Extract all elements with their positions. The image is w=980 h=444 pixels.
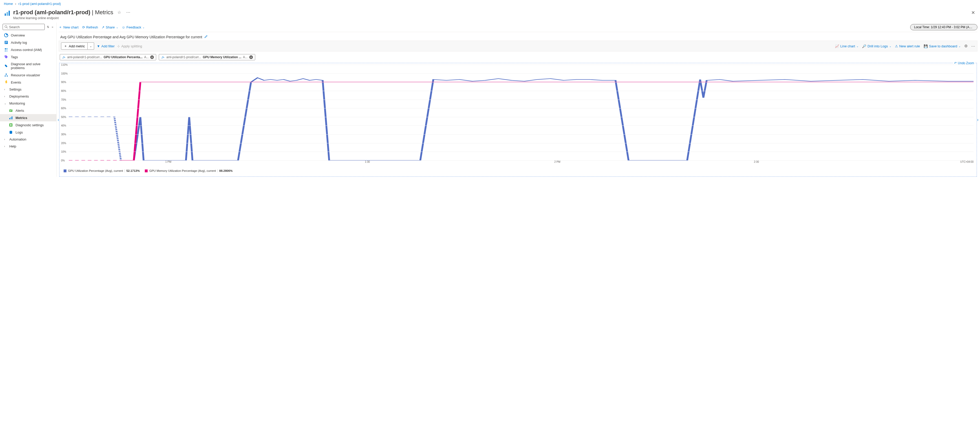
y-tick-label: 70% [61, 98, 66, 101]
chevron-icon: › [4, 88, 7, 91]
svg-rect-8 [5, 43, 6, 43]
drill-logs-button[interactable]: 🔎Drill into Logs ⌄ [862, 44, 891, 48]
metrics-icon [4, 10, 11, 16]
search-icon [5, 25, 8, 29]
sidebar-item-label: Monitoring [9, 101, 25, 105]
sidebar-item-metrics[interactable]: Metrics [0, 114, 56, 121]
undo-zoom-button[interactable]: ↶Undo Zoom [953, 61, 975, 65]
chart-toolbar: ＋Add metric ⌄ ▼Add filter ⊹Apply splitti… [59, 41, 977, 51]
chart-type-dropdown[interactable]: 📈Line chart ⌄ [835, 44, 859, 48]
page-subtitle: Machine learning online endpoint [13, 16, 970, 20]
chevron-down-icon: ⌄ [959, 45, 961, 48]
legend-item[interactable]: GPU Memory Utilization Percentage (Avg),… [145, 169, 232, 172]
sidebar-item-automation[interactable]: ›Automation [0, 136, 56, 143]
chart-plot[interactable]: 110%100%90%80%70%60%50%40%30%20%10%0% [69, 65, 974, 160]
overflow-button[interactable]: ⋯ [971, 44, 975, 48]
breadcrumb-home[interactable]: Home [4, 2, 13, 6]
close-button[interactable]: ✕ [970, 9, 976, 16]
scroll-right-button[interactable]: › [977, 117, 978, 122]
sidebar-item-events[interactable]: Events [0, 79, 56, 86]
y-tick-label: 100% [61, 72, 68, 75]
settings-button[interactable]: ⚙ [964, 44, 967, 48]
search-input[interactable]: Search [3, 24, 45, 30]
new-alert-button[interactable]: ⚠New alert rule [895, 44, 920, 48]
add-metric-button[interactable]: ＋Add metric [61, 42, 88, 50]
metrics-icon [9, 116, 13, 120]
sidebar-item-logs[interactable]: Logs [0, 129, 56, 136]
access-icon [4, 48, 8, 52]
svg-rect-1 [7, 12, 8, 16]
save-dashboard-button[interactable]: 💾Save to dashboard⌄ [924, 44, 961, 48]
page-title: r1-prod (aml-poland/r1-prod) | Metrics [13, 9, 113, 16]
sidebar-item-label: Activity log [11, 41, 27, 45]
alerts-icon [9, 109, 13, 113]
metric-pill[interactable]: aml-poland/r1-prod/curr...GPU Memory Uti… [159, 54, 255, 60]
svg-line-4 [7, 27, 8, 29]
chevron-down-icon: ⌄ [889, 45, 891, 48]
scroll-left-button[interactable]: ‹ [58, 117, 59, 122]
sidebar-item-label: Settings [9, 88, 21, 91]
share-button[interactable]: ↗Share ⌄ [102, 26, 118, 29]
new-chart-button[interactable]: ＋New chart [59, 25, 79, 29]
svg-point-9 [5, 48, 6, 50]
breadcrumb-current[interactable]: r1-prod (aml-poland/r1-prod) [18, 2, 61, 6]
x-tick-label: 2:30 [754, 160, 759, 163]
sidebar-item-deployments[interactable]: ›Deployments [0, 93, 56, 100]
time-range-picker[interactable]: Local Time: 1/29 12:43 PM - 3:02 PM (Aut… [910, 24, 977, 30]
remove-metric-button[interactable]: ✕ [249, 55, 253, 59]
sidebar-item-label: Diagnostic settings [16, 123, 44, 127]
svg-rect-2 [8, 11, 10, 16]
sidebar-item-overview[interactable]: Overview [0, 32, 56, 39]
favorite-button[interactable]: ☆ [116, 9, 122, 16]
sidebar-item-access-control-iam-[interactable]: Access control (IAM) [0, 46, 56, 53]
chart-legend: GPU Utilization Percentage (Avg), curren… [61, 165, 975, 175]
edit-title-button[interactable] [204, 35, 208, 39]
sidebar-item-label: Events [11, 80, 21, 85]
logs-icon [9, 130, 13, 134]
undo-icon: ↶ [954, 61, 957, 65]
y-tick-label: 40% [61, 124, 66, 127]
svg-point-14 [7, 75, 8, 77]
chart-container: ↶Undo Zoom 110%100%90%80%70%60%50%40%30%… [59, 63, 977, 177]
refresh-button[interactable]: ⟳Refresh [82, 26, 98, 29]
sidebar-item-settings[interactable]: ›Settings [0, 86, 56, 93]
top-toolbar: ＋New chart ⟳Refresh ↗Share ⌄ ☺Feedback ⌄… [59, 22, 977, 32]
legend-swatch [145, 169, 148, 172]
svg-point-11 [5, 56, 6, 56]
add-filter-button[interactable]: ▼Add filter [97, 44, 115, 48]
feedback-button[interactable]: ☺Feedback ⌄ [122, 26, 145, 29]
chevron-icon: › [4, 138, 7, 141]
sidebar-item-tags[interactable]: Tags [0, 53, 56, 61]
y-tick-label: 60% [61, 107, 66, 110]
add-metric-dropdown[interactable]: ⌄ [88, 42, 94, 50]
sidebar-item-label: Automation [9, 137, 26, 141]
y-tick-label: 80% [61, 89, 66, 92]
sidebar-item-help[interactable]: ›Help [0, 143, 56, 150]
sidebar-item-alerts[interactable]: Alerts [0, 107, 56, 114]
activity-icon [4, 40, 8, 45]
sidebar-item-label: Logs [16, 130, 23, 134]
sidebar-item-resource-visualizer[interactable]: Resource visualizer [0, 72, 56, 79]
share-icon: ↗ [102, 26, 105, 29]
line-chart-icon: 📈 [835, 44, 839, 48]
legend-item[interactable]: GPU Utilization Percentage (Avg), curren… [64, 169, 140, 172]
y-tick-label: 10% [61, 150, 66, 153]
svg-point-13 [5, 75, 6, 77]
remove-metric-button[interactable]: ✕ [150, 55, 154, 59]
sidebar-item-activity-log[interactable]: Activity log [0, 39, 56, 46]
collapse-button[interactable]: « [51, 25, 54, 29]
chevron-down-icon: ⌄ [856, 45, 859, 48]
sidebar-item-diagnostic-settings[interactable]: Diagnostic settings [0, 121, 56, 129]
chevron-icon: › [4, 145, 7, 148]
metric-icon [161, 55, 165, 59]
sidebar-item-diagnose-and-solve-problems[interactable]: Diagnose and solve problems [0, 61, 56, 72]
metric-pill[interactable]: aml-poland/r1-prod/curr...GPU Utilizatio… [60, 54, 156, 60]
sidebar-item-monitoring[interactable]: ⌄Monitoring [0, 100, 56, 107]
y-tick-label: 110% [61, 63, 68, 66]
breadcrumb: Home › r1-prod (aml-poland/r1-prod) [0, 0, 980, 8]
tags-icon [4, 55, 8, 59]
chevron-icon: ⌄ [4, 102, 7, 105]
expand-button[interactable]: ⇅ [46, 25, 49, 29]
sidebar-item-label: Metrics [16, 116, 27, 120]
more-button[interactable]: ⋯ [125, 9, 131, 16]
